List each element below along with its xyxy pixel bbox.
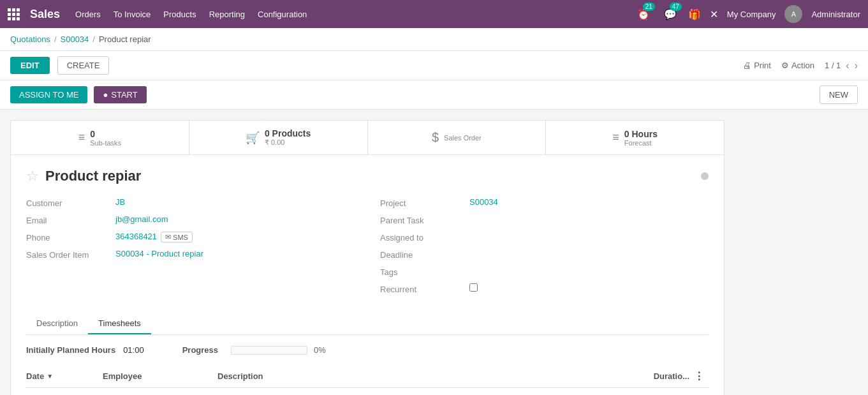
dollar-icon: $ [432,130,439,145]
nav-links: Orders To Invoice Products Reporting Con… [75,10,624,19]
col-description: Description [217,371,613,381]
col-employee: Employee [103,371,217,381]
next-arrow[interactable]: › [855,60,858,71]
breadcrumb-sep-1: / [54,34,57,44]
timesheets-table-header: Date ▼ Employee Description Duratio... ⋮ [26,365,709,388]
form-card: ☆ Product repiar Customer JB Email jb@gm… [10,154,725,395]
printer-icon: 🖨 [743,61,751,70]
action-toolbar: ASSIGN TO ME ● START NEW [0,80,868,110]
field-recurrent: Recurrent [380,283,709,294]
sms-button[interactable]: ✉ SMS [161,232,193,242]
field-tags: Tags [380,266,709,277]
col-more-options[interactable]: ⋮ [689,370,709,382]
phone-value[interactable]: 364368421 [115,232,157,241]
user-name[interactable]: Administrator [811,10,860,19]
edit-button[interactable]: EDIT [10,57,50,74]
breadcrumb: Quotations / S00034 / Product repiar [0,28,868,51]
prev-arrow[interactable]: ‹ [846,60,849,71]
products-icon: 🛒 [246,131,260,145]
email-label: Email [26,214,115,225]
planned-hours-label: Initially Planned Hours [26,345,115,355]
gift-icon[interactable]: 🎁 [688,8,701,20]
breadcrumb-quotations[interactable]: Quotations [10,34,50,44]
breadcrumb-sep-2: / [92,34,95,44]
top-navigation: Sales Orders To Invoice Products Reporti… [0,0,868,28]
sales-order-item-value[interactable]: S00034 - Product repiar [115,249,203,258]
company-name[interactable]: My Company [727,10,776,19]
field-deadline: Deadline [380,249,709,260]
record-toolbar: EDIT CREATE 🖨 Print ⚙ Action 1 / 1 ‹ › [0,51,868,80]
description-col-label: Description [217,371,263,381]
recurrent-label: Recurrent [380,283,469,294]
stat-hours-text: 0 Hours Forecast [624,129,658,147]
pagination-text: 1 / 1 [825,61,841,70]
more-options-icon: ⋮ [694,370,704,382]
apps-icon[interactable] [8,8,20,20]
sales-order-item-label: Sales Order Item [26,249,115,260]
form-body: Customer JB Email jb@gmail.com Phone 364… [26,197,709,301]
hours-label: Forecast [624,139,658,147]
stat-sales-order[interactable]: $ Sales Order [368,121,547,154]
field-customer: Customer JB [26,197,355,208]
print-button[interactable]: 🖨 Print [743,61,771,70]
sms-label: SMS [173,234,188,241]
sms-icon: ✉ [165,233,171,241]
status-dot [701,172,709,180]
stat-subtasks[interactable]: ≡ 0 Sub-tasks [11,121,189,154]
nav-products[interactable]: Products [163,10,196,19]
planned-hours-value: 01:00 [123,345,144,355]
stat-hours-forecast[interactable]: ≡ 0 Hours Forecast [546,121,724,154]
customer-label: Customer [26,197,115,208]
field-project: Project S00034 [380,197,709,208]
tab-timesheets[interactable]: Timesheets [88,313,151,334]
col-duration: Duratio... [613,371,689,381]
sales-label: Sales Order [444,134,482,142]
action-button[interactable]: ⚙ Action [781,61,814,70]
project-value[interactable]: S00034 [469,197,498,207]
user-avatar[interactable]: A [784,5,802,23]
breadcrumb-id[interactable]: S00034 [61,34,89,44]
email-value[interactable]: jb@gmail.com [115,214,168,224]
assign-to-me-button[interactable]: ASSIGN TO ME [10,86,87,103]
activity-icon[interactable]: ⏰ 21 [635,5,652,23]
field-sales-order-item: Sales Order Item S00034 - Product repiar [26,249,355,260]
phone-label: Phone [26,232,115,242]
stat-products[interactable]: 🛒 0 Products ₹ 0.00 [189,121,368,154]
subtasks-value: 0 [90,129,121,139]
record-title: Product repiar [45,168,141,184]
favorite-star[interactable]: ☆ [26,168,39,184]
stat-products-text: 0 Products ₹ 0.00 [265,128,311,147]
start-button[interactable]: ● START [94,86,146,103]
products-amount: ₹ 0.00 [265,138,311,147]
subtasks-label: Sub-tasks [90,139,121,147]
create-button[interactable]: CREATE [57,56,110,75]
date-col-label: Date [26,371,44,381]
nav-orders[interactable]: Orders [75,10,101,19]
subtasks-icon: ≡ [78,131,85,144]
breadcrumb-current: Product repiar [99,34,151,44]
nav-right: ⏰ 21 💬 47 🎁 ✕ My Company A Administrator [635,5,860,23]
customer-value[interactable]: JB [115,197,125,207]
form-col-right: Project S00034 Parent Task Assigned to D… [380,197,709,301]
messages-icon[interactable]: 💬 47 [661,5,679,23]
products-value: 0 Products [265,128,311,138]
pagination: 1 / 1 ‹ › [825,60,858,71]
col-date[interactable]: Date ▼ [26,371,103,381]
progress-bar-bg [231,346,307,355]
new-button[interactable]: NEW [820,86,858,104]
recurrent-checkbox[interactable] [469,283,478,292]
deadline-label: Deadline [380,249,469,260]
title-row: ☆ Product repiar [26,168,709,184]
nav-reporting[interactable]: Reporting [209,10,245,19]
close-icon[interactable]: ✕ [710,8,718,20]
start-label: START [111,90,137,100]
action-left: ASSIGN TO ME ● START [10,86,147,103]
assigned-to-label: Assigned to [380,232,469,242]
nav-configuration[interactable]: Configuration [258,10,307,19]
nav-to-invoice[interactable]: To Invoice [114,10,151,19]
tab-description[interactable]: Description [26,313,88,334]
progress-container: 0% [231,345,326,355]
employee-col-label: Employee [103,371,142,381]
hours-icon: ≡ [612,131,619,144]
field-email: Email jb@gmail.com [26,214,355,225]
